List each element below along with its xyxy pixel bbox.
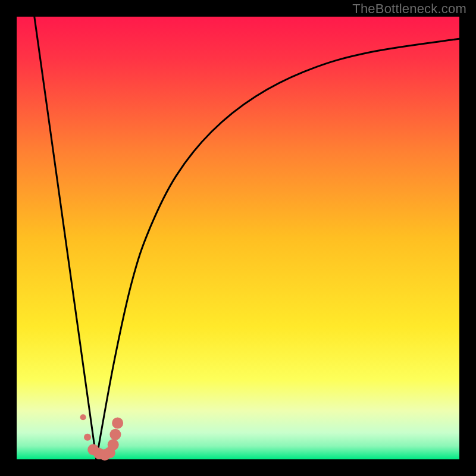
chart-frame: { "watermark": "TheBottleneck.com", "cha…: [0, 0, 476, 476]
marker-dot: [109, 429, 121, 440]
marker-dot: [84, 434, 91, 441]
watermark-text: TheBottleneck.com: [352, 1, 466, 17]
marker-dot: [108, 439, 119, 450]
marker-dot: [112, 417, 123, 428]
chart-svg: [0, 0, 476, 476]
plot-background: [17, 17, 459, 459]
marker-dot: [80, 414, 86, 420]
